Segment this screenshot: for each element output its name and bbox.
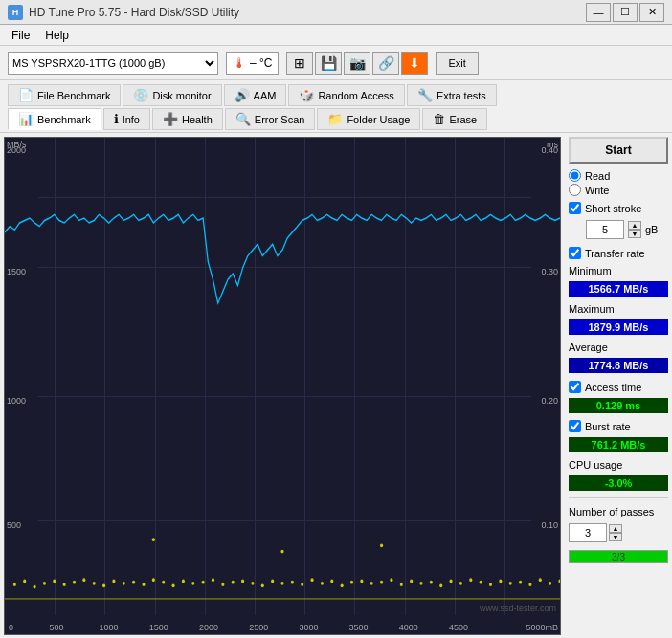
- svg-point-49: [499, 580, 502, 583]
- radio-read-label: Read: [585, 170, 610, 182]
- main-content: MB/s ms 2000 1500 1000 500 0.40 0.30 0.2…: [0, 133, 672, 638]
- x-label-1000: 1000: [100, 623, 119, 632]
- svg-point-53: [539, 578, 542, 582]
- exit-button[interactable]: Exit: [436, 52, 478, 75]
- radio-group-read-write: Read Write: [569, 167, 668, 198]
- access-time-dots: [13, 538, 560, 634]
- radio-write-input[interactable]: [569, 184, 581, 196]
- temp-display: 🌡 – °C: [226, 52, 279, 75]
- svg-point-9: [102, 583, 105, 587]
- svg-point-2: [34, 585, 36, 589]
- minimum-value: 1566.7 MB/s: [569, 281, 668, 297]
- aam-icon: 🔊: [235, 88, 250, 102]
- minimize-button[interactable]: —: [586, 3, 611, 22]
- toolbar-btn-2[interactable]: 💾: [315, 52, 342, 75]
- tab-disk-monitor[interactable]: 💿 Disk monitor: [123, 84, 221, 106]
- radio-read-input[interactable]: [569, 169, 581, 182]
- drive-select[interactable]: MS YSPSRX20-1TTG (1000 gB): [8, 52, 218, 75]
- svg-point-46: [469, 578, 472, 582]
- random-access-icon: 🎲: [299, 88, 314, 102]
- x-label-2000: 2000: [199, 623, 218, 632]
- toolbar-btn-1[interactable]: ⊞: [286, 52, 313, 75]
- tab-file-benchmark[interactable]: 📄 File Benchmark: [8, 84, 121, 106]
- tab-folder-usage-label: Folder Usage: [347, 114, 410, 125]
- info-icon: ℹ: [114, 112, 119, 126]
- svg-point-40: [410, 580, 413, 583]
- transfer-rate-checkbox[interactable]: [569, 247, 581, 259]
- tab-row-1: 📄 File Benchmark 💿 Disk monitor 🔊 AAM 🎲 …: [8, 84, 664, 106]
- passes-spin-down[interactable]: ▼: [609, 533, 622, 541]
- svg-point-0: [13, 583, 16, 586]
- burst-rate-value: 761.2 MB/s: [569, 437, 668, 452]
- access-time-label: Access time: [585, 382, 641, 393]
- tab-error-scan-label: Error Scan: [255, 114, 305, 125]
- stroke-value-input[interactable]: 5: [586, 220, 624, 239]
- svg-point-15: [162, 581, 165, 584]
- svg-point-58: [380, 543, 383, 547]
- app-icon: H: [8, 5, 23, 20]
- tab-health[interactable]: ➕ Health: [152, 108, 223, 130]
- passes-spin-up[interactable]: ▲: [609, 524, 622, 533]
- svg-point-42: [430, 581, 433, 584]
- svg-point-27: [280, 582, 283, 585]
- tab-aam-label: AAM: [254, 90, 277, 101]
- svg-point-14: [152, 578, 155, 582]
- checkbox-access-time[interactable]: Access time: [569, 381, 668, 393]
- maximize-button[interactable]: ☐: [613, 3, 638, 22]
- erase-icon: 🗑: [433, 112, 445, 126]
- menu-bar: File Help: [0, 25, 672, 46]
- tab-extra-tests[interactable]: 🔧 Extra tests: [407, 84, 497, 106]
- toolbar: MS YSPSRX20-1TTG (1000 gB) 🌡 – °C ⊞ 💾 📷 …: [0, 46, 672, 80]
- passes-control: 3 ▲ ▼: [569, 523, 668, 542]
- svg-point-41: [419, 582, 422, 585]
- toolbar-btn-4[interactable]: 🔗: [372, 52, 399, 75]
- menu-file[interactable]: File: [4, 27, 37, 44]
- tab-erase[interactable]: 🗑 Erase: [422, 108, 487, 130]
- toolbar-btn-3[interactable]: 📷: [344, 52, 370, 75]
- tab-info-label: Info: [123, 114, 140, 125]
- chart-area: MB/s ms 2000 1500 1000 500 0.40 0.30 0.2…: [4, 137, 561, 635]
- svg-point-32: [330, 580, 333, 583]
- tab-benchmark[interactable]: 📊 Benchmark: [8, 108, 101, 130]
- burst-rate-checkbox[interactable]: [569, 420, 581, 432]
- tab-row-2: 📊 Benchmark ℹ Info ➕ Health 🔍 Error Scan…: [8, 108, 664, 130]
- passes-input[interactable]: 3: [569, 523, 607, 542]
- tab-aam[interactable]: 🔊 AAM: [224, 84, 287, 106]
- checkbox-burst-rate[interactable]: Burst rate: [569, 420, 668, 432]
- temp-value: – °C: [250, 56, 272, 70]
- x-label-3000: 3000: [299, 623, 318, 632]
- cpu-usage-value: -3.0%: [569, 475, 668, 491]
- svg-point-11: [123, 582, 125, 585]
- tab-file-benchmark-label: File Benchmark: [37, 90, 110, 101]
- radio-write-label: Write: [585, 185, 609, 196]
- svg-point-17: [182, 580, 185, 583]
- menu-help[interactable]: Help: [37, 27, 77, 44]
- temp-icon: 🌡: [233, 55, 246, 71]
- svg-point-52: [528, 583, 531, 586]
- access-time-checkbox[interactable]: [569, 381, 581, 393]
- stroke-spin-up[interactable]: ▲: [628, 221, 641, 230]
- svg-point-6: [73, 581, 76, 584]
- start-button[interactable]: Start: [569, 137, 668, 164]
- checkbox-transfer-rate[interactable]: Transfer rate: [569, 247, 668, 259]
- tab-info[interactable]: ℹ Info: [103, 108, 150, 130]
- svg-point-37: [380, 581, 383, 584]
- tab-random-access[interactable]: 🎲 Random Access: [288, 84, 404, 106]
- radio-write[interactable]: Write: [569, 184, 668, 196]
- x-label-500: 500: [49, 623, 63, 632]
- radio-read[interactable]: Read: [569, 169, 668, 182]
- toolbar-btn-5[interactable]: ⬇: [401, 52, 428, 75]
- close-button[interactable]: ✕: [639, 3, 664, 22]
- svg-point-25: [261, 583, 264, 587]
- stroke-spin-down[interactable]: ▼: [628, 230, 641, 238]
- burst-rate-label: Burst rate: [585, 421, 631, 432]
- tab-error-scan[interactable]: 🔍 Error Scan: [225, 108, 316, 130]
- short-stroke-checkbox[interactable]: [569, 202, 581, 214]
- average-value: 1774.8 MB/s: [569, 358, 668, 373]
- svg-point-35: [360, 580, 363, 583]
- svg-point-13: [142, 583, 145, 586]
- cpu-usage-label: CPU usage: [569, 459, 668, 471]
- checkbox-short-stroke[interactable]: Short stroke: [569, 202, 668, 214]
- tab-folder-usage[interactable]: 📁 Folder Usage: [317, 108, 420, 130]
- svg-point-1: [23, 580, 26, 583]
